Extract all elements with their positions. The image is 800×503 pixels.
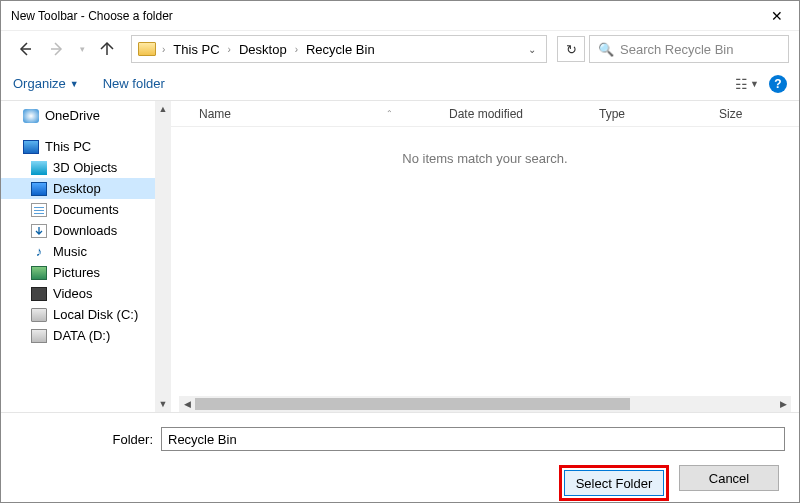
highlight-annotation: Select Folder [559,465,669,501]
nav-tree: OneDrive This PC 3D Objects Desktop Docu… [1,101,171,412]
help-button[interactable]: ? [769,75,787,93]
view-options-button[interactable]: ☷ ▼ [735,76,759,92]
arrow-up-icon [99,41,115,57]
column-size[interactable]: Size [711,107,761,121]
chevron-right-icon: › [226,44,233,55]
view-icon: ☷ [735,76,748,92]
scroll-thumb[interactable] [195,398,630,410]
tree-item-onedrive[interactable]: OneDrive [1,105,171,126]
chevron-down-icon: ▼ [750,79,759,89]
pictures-icon [31,266,47,280]
refresh-icon: ↻ [566,42,577,57]
cancel-button[interactable]: Cancel [679,465,779,491]
scroll-right-icon[interactable]: ▶ [775,396,791,412]
list-h-scrollbar[interactable]: ◀ ▶ [179,396,791,412]
dialog-window: New Toolbar - Choose a folder ✕ ▾ › This… [0,0,800,503]
scroll-track[interactable] [195,396,775,412]
tree-label: 3D Objects [53,160,117,175]
breadcrumb-desktop[interactable]: Desktop [237,42,289,57]
organize-menu[interactable]: Organize ▼ [13,76,79,91]
sort-indicator-icon: ⌃ [386,109,393,118]
tree-item-music[interactable]: ♪ Music [1,241,171,262]
tree-label: DATA (D:) [53,328,110,343]
tree-item-3d-objects[interactable]: 3D Objects [1,157,171,178]
arrow-right-icon [49,41,65,57]
up-button[interactable] [93,35,121,63]
tree-item-downloads[interactable]: Downloads [1,220,171,241]
scroll-down-icon[interactable]: ▼ [155,396,171,412]
search-placeholder: Search Recycle Bin [620,42,733,57]
videos-icon [31,287,47,301]
tree-label: Music [53,244,87,259]
button-row: Select Folder Cancel [15,465,785,501]
column-date-modified[interactable]: Date modified [441,107,591,121]
window-title: New Toolbar - Choose a folder [11,9,754,23]
new-folder-button[interactable]: New folder [103,76,165,91]
breadcrumb-recycle-bin[interactable]: Recycle Bin [304,42,377,57]
select-folder-button[interactable]: Select Folder [564,470,664,496]
footer: Folder: Select Folder Cancel [1,412,799,502]
organize-label: Organize [13,76,66,91]
tree-item-pictures[interactable]: Pictures [1,262,171,283]
address-bar[interactable]: › This PC › Desktop › Recycle Bin ⌄ [131,35,547,63]
back-button[interactable] [11,35,39,63]
tree-scrollbar[interactable]: ▲ ▼ [155,101,171,412]
folder-icon [138,42,156,56]
help-icon: ? [774,77,781,91]
tree-label: Downloads [53,223,117,238]
tree-item-videos[interactable]: Videos [1,283,171,304]
folder-row: Folder: [15,427,785,451]
file-list-pane: Name ⌃ Date modified Type Size No items … [171,101,799,412]
body: OneDrive This PC 3D Objects Desktop Docu… [1,101,799,412]
recent-dropdown[interactable]: ▾ [75,35,89,63]
close-icon: ✕ [771,8,783,24]
breadcrumb-this-pc[interactable]: This PC [171,42,221,57]
tree-item-this-pc[interactable]: This PC [1,136,171,157]
column-name[interactable]: Name ⌃ [191,107,441,121]
tree-item-desktop[interactable]: Desktop [1,178,171,199]
chevron-right-icon: › [160,44,167,55]
scroll-left-icon[interactable]: ◀ [179,396,195,412]
column-label: Name [199,107,231,121]
search-input[interactable]: 🔍 Search Recycle Bin [589,35,789,63]
empty-list-message: No items match your search. [171,127,799,166]
tree-label: Pictures [53,265,100,280]
tree-label: Local Disk (C:) [53,307,138,322]
scroll-up-icon[interactable]: ▲ [155,101,171,117]
tree-label: OneDrive [45,108,100,123]
tree-item-documents[interactable]: Documents [1,199,171,220]
nav-bar: ▾ › This PC › Desktop › Recycle Bin ⌄ ↻ … [1,31,799,67]
tree-label: This PC [45,139,91,154]
forward-button[interactable] [43,35,71,63]
close-button[interactable]: ✕ [754,1,799,31]
tree-label: Videos [53,286,93,301]
this-pc-icon [23,140,39,154]
column-type[interactable]: Type [591,107,711,121]
arrow-left-icon [17,41,33,57]
drive-icon [31,308,47,322]
desktop-icon [31,182,47,196]
3d-objects-icon [31,161,47,175]
refresh-button[interactable]: ↻ [557,36,585,62]
chevron-down-icon: ▼ [70,79,79,89]
documents-icon [31,203,47,217]
onedrive-icon [23,109,39,123]
downloads-icon [31,224,47,238]
tree-item-local-disk-c[interactable]: Local Disk (C:) [1,304,171,325]
address-dropdown[interactable]: ⌄ [524,44,540,55]
column-headers: Name ⌃ Date modified Type Size [171,101,799,127]
tree-item-data-d[interactable]: DATA (D:) [1,325,171,346]
toolbar: Organize ▼ New folder ☷ ▼ ? [1,67,799,101]
search-icon: 🔍 [598,42,614,57]
folder-input[interactable] [161,427,785,451]
drive-icon [31,329,47,343]
chevron-right-icon: › [293,44,300,55]
titlebar: New Toolbar - Choose a folder ✕ [1,1,799,31]
folder-label: Folder: [15,432,153,447]
tree-label: Documents [53,202,119,217]
tree-label: Desktop [53,181,101,196]
music-icon: ♪ [31,245,47,259]
